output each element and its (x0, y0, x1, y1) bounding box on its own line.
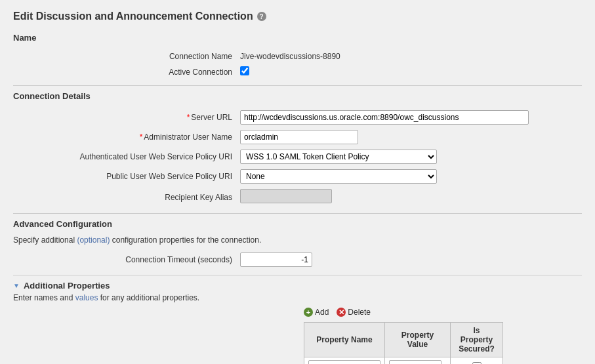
table-row (304, 357, 503, 365)
active-connection-value-cell (236, 64, 582, 80)
recipient-key-value-cell (236, 186, 582, 208)
is-secured-cell (451, 357, 503, 365)
active-connection-label: Active Connection (13, 64, 236, 80)
divider-3 (13, 275, 582, 275)
connection-name-row: Connection Name Jive-wodevdiscussions-88… (13, 49, 582, 64)
additional-properties-subtitle: Enter names and values for any additiona… (13, 293, 582, 302)
property-name-input[interactable] (308, 360, 380, 364)
property-value-input[interactable] (389, 360, 441, 364)
timeout-row: Connection Timeout (seconds) (13, 250, 582, 270)
property-value-header: Property Value (385, 323, 451, 357)
advanced-config-title: Advanced Configuration (13, 219, 582, 229)
properties-table-body (304, 357, 503, 365)
properties-toolbar: + Add ✕ Delete (304, 308, 582, 317)
public-user-policy-select[interactable]: None WSS 1.0 SAML Token Client Policy (240, 169, 437, 184)
advanced-subtitle-text2: configuration properties for the connect… (110, 235, 261, 245)
values-link[interactable]: values (75, 293, 98, 302)
divider-2 (13, 213, 582, 214)
optional-link[interactable]: (optional) (77, 235, 110, 245)
property-value-cell (385, 357, 451, 365)
server-url-input[interactable] (240, 110, 529, 125)
server-url-value-cell (236, 108, 582, 127)
properties-table-header-row: Property Name Property Value Is Property… (304, 323, 503, 357)
timeout-value-cell (236, 250, 582, 270)
required-star-admin: * (140, 132, 143, 142)
properties-table: Property Name Property Value Is Property… (304, 322, 503, 364)
additional-properties-header: ▼ Additional Properties (13, 281, 582, 291)
auth-user-policy-select[interactable]: WSS 1.0 SAML Token Client Policy None (240, 150, 437, 164)
advanced-subtitle-text1: Specify additional (13, 235, 77, 245)
timeout-input[interactable] (240, 253, 312, 267)
admin-username-row: *Administrator User Name (13, 127, 582, 147)
delete-icon: ✕ (337, 308, 346, 317)
properties-table-header: Property Name Property Value Is Property… (304, 323, 503, 357)
is-secured-checkbox[interactable] (472, 362, 482, 365)
add-icon: + (304, 308, 313, 317)
public-user-policy-value-cell: None WSS 1.0 SAML Token Client Policy (236, 167, 582, 186)
connection-name-label: Connection Name (13, 49, 236, 64)
connection-details-form-table: *Server URL *Administrator User Name Aut… (13, 108, 582, 208)
add-button[interactable]: + Add (304, 308, 329, 317)
delete-button[interactable]: ✕ Delete (337, 308, 371, 317)
divider-1 (13, 85, 582, 86)
advanced-config-form-table: Connection Timeout (seconds) (13, 250, 582, 270)
additional-subtitle-text1: Enter names and (13, 293, 75, 302)
connection-details-title: Connection Details (13, 91, 582, 101)
additional-subtitle-text2: for any additional properties. (98, 293, 199, 302)
auth-user-policy-value-cell: WSS 1.0 SAML Token Client Policy None (236, 147, 582, 167)
page-title-container: Edit Discussion and Announcement Connect… (13, 10, 582, 22)
triangle-icon: ▼ (13, 282, 20, 289)
server-url-label: *Server URL (13, 108, 236, 127)
connection-name-value-cell: Jive-wodevdiscussions-8890 (236, 49, 582, 64)
recipient-key-label: Recipient Key Alias (13, 186, 236, 208)
auth-user-policy-label: Authenticated User Web Service Policy UR… (13, 147, 236, 167)
active-connection-checkbox[interactable] (240, 66, 249, 75)
admin-username-input[interactable] (240, 130, 358, 144)
admin-username-value-cell (236, 127, 582, 147)
public-user-policy-label: Public User Web Service Policy URI (13, 167, 236, 186)
timeout-label: Connection Timeout (seconds) (13, 250, 236, 270)
name-section-title: Name (13, 33, 582, 43)
public-user-policy-row: Public User Web Service Policy URI None … (13, 167, 582, 186)
add-label: Add (315, 308, 329, 317)
property-name-header: Property Name (304, 323, 385, 357)
auth-user-policy-row: Authenticated User Web Service Policy UR… (13, 147, 582, 167)
name-form-table: Connection Name Jive-wodevdiscussions-88… (13, 49, 582, 80)
recipient-key-alias-field[interactable] (240, 189, 332, 203)
recipient-key-row: Recipient Key Alias (13, 186, 582, 208)
active-connection-row: Active Connection (13, 64, 582, 80)
additional-properties-title: Additional Properties (24, 281, 110, 291)
is-secured-header: Is PropertySecured? (451, 323, 503, 357)
server-url-row: *Server URL (13, 108, 582, 127)
help-icon[interactable]: ? (257, 12, 266, 21)
required-star-server-url: * (187, 113, 190, 122)
connection-name-value: Jive-wodevdiscussions-8890 (240, 52, 340, 61)
admin-username-label: *Administrator User Name (13, 127, 236, 147)
delete-label: Delete (348, 308, 371, 317)
page-container: Edit Discussion and Announcement Connect… (0, 0, 595, 364)
advanced-config-subtitle: Specify additional (optional) configurat… (13, 235, 582, 245)
page-title: Edit Discussion and Announcement Connect… (13, 10, 253, 22)
property-name-cell (304, 357, 385, 365)
